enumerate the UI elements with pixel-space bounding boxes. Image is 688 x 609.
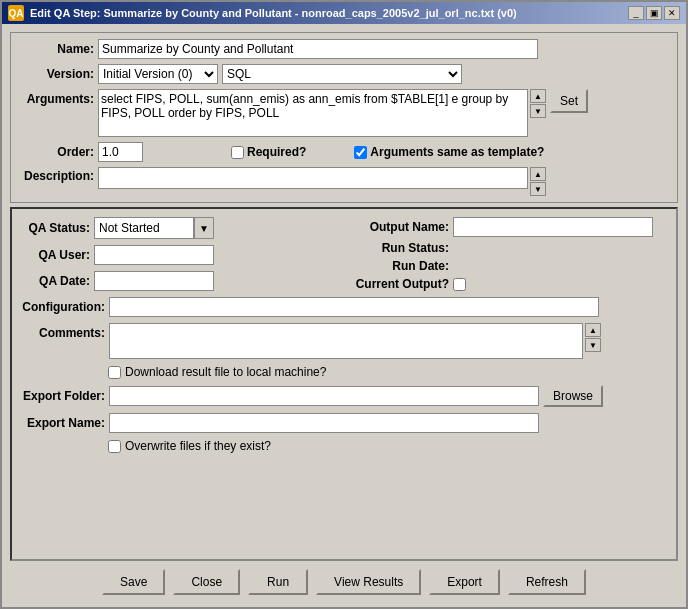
run-date-row: Run Date: — [349, 259, 668, 273]
run-status-row: Run Status: — [349, 241, 668, 255]
desc-scroll-up[interactable]: ▲ — [530, 167, 546, 181]
qa-date-label: QA Date: — [20, 274, 90, 288]
main-window: QA Edit QA Step: Summarize by County and… — [0, 0, 688, 609]
order-input[interactable] — [98, 142, 143, 162]
download-label: Download result file to local machine? — [125, 365, 326, 379]
qa-status-value: Not Started — [94, 217, 194, 239]
browse-button[interactable]: Browse — [543, 385, 603, 407]
arguments-label: Arguments: — [19, 89, 94, 106]
close-button[interactable]: ✕ — [664, 6, 680, 20]
comments-scroll-down[interactable]: ▼ — [585, 338, 601, 352]
args-scroll-buttons: ▲ ▼ — [530, 89, 546, 118]
export-folder-label: Export Folder: — [20, 389, 105, 403]
configuration-input[interactable] — [109, 297, 599, 317]
scroll-up-button[interactable]: ▲ — [530, 89, 546, 103]
comments-row: Comments: ▲ ▼ — [20, 323, 668, 359]
overwrite-row: Overwrite files if they exist? — [20, 439, 668, 453]
save-button[interactable]: Save — [102, 569, 165, 595]
export-folder-row: Export Folder: Browse — [20, 385, 668, 407]
version-label: Version: — [19, 67, 94, 81]
qa-left-col: QA Status: Not Started ▼ QA User: QA Dat… — [20, 217, 339, 291]
view-results-button[interactable]: View Results — [316, 569, 421, 595]
output-name-row: Output Name: — [349, 217, 668, 237]
set-button[interactable]: Set — [550, 89, 588, 113]
download-row: Download result file to local machine? — [20, 365, 668, 379]
qa-user-row: QA User: — [20, 245, 339, 265]
name-row: Name: — [19, 39, 669, 59]
version-row: Version: Initial Version (0) SQL — [19, 64, 669, 84]
qa-right-col: Output Name: Run Status: Run Date: Curre… — [349, 217, 668, 291]
overwrite-label: Overwrite files if they exist? — [125, 439, 271, 453]
arguments-container: select FIPS, POLL, sum(ann_emis) as ann_… — [98, 89, 546, 137]
export-button[interactable]: Export — [429, 569, 500, 595]
version-select[interactable]: Initial Version (0) — [98, 64, 218, 84]
scroll-down-button[interactable]: ▼ — [530, 104, 546, 118]
required-label: Required? — [231, 145, 306, 159]
button-row: Save Close Run View Results Export Refre… — [10, 565, 678, 599]
qa-output-row: QA Status: Not Started ▼ QA User: QA Dat… — [20, 217, 668, 291]
overwrite-checkbox[interactable] — [108, 440, 121, 453]
configuration-label: Configuration: — [20, 300, 105, 314]
arguments-row: Arguments: select FIPS, POLL, sum(ann_em… — [19, 89, 669, 137]
desc-scroll-buttons: ▲ ▼ — [530, 167, 546, 196]
restore-button[interactable]: ▣ — [646, 6, 662, 20]
arguments-textarea[interactable]: select FIPS, POLL, sum(ann_emis) as ann_… — [98, 89, 528, 137]
export-name-row: Export Name: — [20, 413, 668, 433]
comments-scroll-up[interactable]: ▲ — [585, 323, 601, 337]
configuration-row: Configuration: — [20, 297, 668, 317]
comments-scroll-buttons: ▲ ▼ — [585, 323, 601, 352]
current-output-row: Current Output? — [349, 277, 668, 291]
bottom-section: QA Status: Not Started ▼ QA User: QA Dat… — [10, 207, 678, 561]
sql-select[interactable]: SQL — [222, 64, 462, 84]
export-name-label: Export Name: — [20, 416, 105, 430]
run-button[interactable]: Run — [248, 569, 308, 595]
export-name-input[interactable] — [109, 413, 539, 433]
current-output-label: Current Output? — [349, 277, 449, 291]
qa-status-control: Not Started ▼ — [94, 217, 214, 239]
close-button[interactable]: Close — [173, 569, 240, 595]
args-same-label: Arguments same as template? — [354, 145, 544, 159]
run-status-label: Run Status: — [349, 241, 449, 255]
order-row: Order: Required? Arguments same as templ… — [19, 142, 669, 162]
export-folder-input[interactable] — [109, 386, 539, 406]
qa-status-dropdown[interactable]: ▼ — [194, 217, 214, 239]
required-checkbox[interactable] — [231, 146, 244, 159]
download-checkbox[interactable] — [108, 366, 121, 379]
window-title: Edit QA Step: Summarize by County and Po… — [30, 7, 517, 19]
minimize-button[interactable]: _ — [628, 6, 644, 20]
content-area: Name: Version: Initial Version (0) SQL A… — [2, 24, 686, 607]
qa-user-input[interactable] — [94, 245, 214, 265]
current-output-checkbox[interactable] — [453, 278, 466, 291]
run-date-label: Run Date: — [349, 259, 449, 273]
qa-status-label: QA Status: — [20, 221, 90, 235]
description-textarea[interactable] — [98, 167, 528, 189]
app-icon: QA — [8, 5, 24, 21]
name-label: Name: — [19, 42, 94, 56]
order-label: Order: — [19, 145, 94, 159]
qa-date-input[interactable] — [94, 271, 214, 291]
qa-status-row: QA Status: Not Started ▼ — [20, 217, 339, 239]
description-label: Description: — [19, 167, 94, 183]
comments-textarea[interactable] — [109, 323, 583, 359]
qa-date-row: QA Date: — [20, 271, 339, 291]
description-row: Description: ▲ ▼ — [19, 167, 669, 196]
description-container: ▲ ▼ — [98, 167, 546, 196]
comments-label: Comments: — [20, 323, 105, 340]
comments-container: ▲ ▼ — [109, 323, 601, 359]
args-same-checkbox[interactable] — [354, 146, 367, 159]
output-name-label: Output Name: — [349, 220, 449, 234]
top-section: Name: Version: Initial Version (0) SQL A… — [10, 32, 678, 203]
title-buttons: _ ▣ ✕ — [628, 6, 680, 20]
title-bar: QA Edit QA Step: Summarize by County and… — [2, 2, 686, 24]
refresh-button[interactable]: Refresh — [508, 569, 586, 595]
title-bar-left: QA Edit QA Step: Summarize by County and… — [8, 5, 517, 21]
desc-scroll-down[interactable]: ▼ — [530, 182, 546, 196]
output-name-input[interactable] — [453, 217, 653, 237]
qa-user-label: QA User: — [20, 248, 90, 262]
name-input[interactable] — [98, 39, 538, 59]
